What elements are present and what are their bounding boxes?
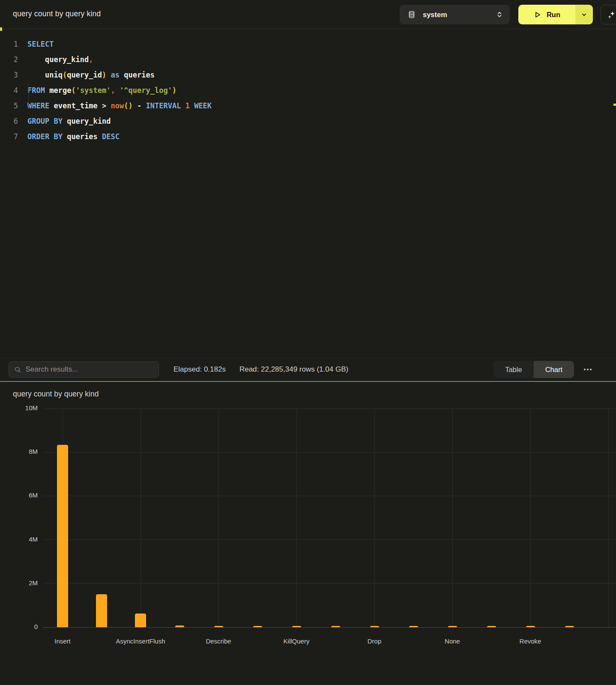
- x-tick-label: Insert: [26, 637, 99, 645]
- y-tick-label: 8M: [1, 448, 38, 455]
- search-icon: [14, 366, 21, 373]
- bar-unlabeled-7: [331, 626, 340, 627]
- database-selector-value: system: [423, 11, 447, 19]
- tab-chart[interactable]: Chart: [534, 361, 574, 378]
- y-tick-label: 6M: [1, 491, 38, 499]
- x-tick-label: AsyncInsertFlush: [104, 637, 177, 645]
- indent-guide: [28, 82, 29, 110]
- chevron-updown-icon: [496, 11, 503, 18]
- dot-icon: [590, 369, 592, 370]
- x-gridline: [374, 408, 375, 627]
- bar-chart: 02M4M6M8M10MInsertAsyncInsertFlushDescri…: [43, 408, 616, 627]
- dot-icon: [587, 369, 589, 370]
- code-text: FROM merge('system', '^query_log'): [18, 83, 176, 98]
- code-line: 6GROUP BY query_kind: [0, 113, 616, 129]
- read-stat: Read: 22,285,349 rows (1.04 GB): [239, 365, 348, 374]
- more-options-button[interactable]: [583, 366, 592, 373]
- line-number: 3: [0, 67, 18, 83]
- bar-unlabeled-11: [487, 626, 496, 627]
- x-gridline: [452, 408, 453, 627]
- chevron-down-icon: [581, 12, 587, 18]
- x-tick-label: None: [416, 637, 489, 645]
- query-header-bar: query count by query kind system Run: [0, 0, 616, 29]
- y-tick-label: 0: [1, 623, 38, 630]
- code-line: 7ORDER BY queries DESC: [0, 129, 616, 144]
- query-title: query count by query kind: [13, 9, 101, 18]
- database-icon: [407, 10, 416, 19]
- bar-unlabeled-9: [409, 626, 418, 627]
- chart-title: query count by query kind: [13, 390, 99, 399]
- code-text: GROUP BY query_kind: [18, 113, 111, 129]
- x-tick-label: Describe: [182, 637, 255, 645]
- line-number: 5: [0, 98, 18, 113]
- dot-icon: [584, 369, 586, 370]
- play-icon: [533, 11, 541, 19]
- bar-Describe: [214, 626, 223, 627]
- ai-assist-button[interactable]: [601, 5, 616, 24]
- code-text: WHERE event_time > now() - INTERVAL 1 WE…: [18, 98, 212, 113]
- line-number: 7: [0, 129, 18, 144]
- x-gridline: [141, 408, 141, 627]
- results-toolbar: Elapsed: 0.182s Read: 22,285,349 rows (1…: [0, 357, 616, 381]
- run-button-group: Run: [518, 5, 593, 24]
- line-number: 6: [0, 113, 18, 129]
- x-gridline: [530, 408, 531, 627]
- code-line: 1SELECT: [0, 36, 616, 52]
- x-tick-label: KillQuery: [260, 637, 333, 645]
- x-gridline: [218, 408, 219, 627]
- code-line: 2 query_kind,: [0, 52, 616, 67]
- tab-table[interactable]: Table: [493, 361, 533, 378]
- code-line: 4FROM merge('system', '^query_log'): [0, 83, 616, 98]
- run-options-button[interactable]: [575, 5, 593, 24]
- bar-unlabeled-5: [253, 626, 262, 627]
- run-button[interactable]: Run: [518, 5, 575, 24]
- x-tick-label: Revoke: [494, 637, 567, 645]
- y-tick-label: 4M: [1, 536, 38, 543]
- editor-edge-marker: [0, 27, 2, 31]
- run-button-label: Run: [547, 11, 560, 19]
- bar-Drop: [370, 626, 379, 627]
- code-lines: 1SELECT2 query_kind,3 uniq(query_id) as …: [0, 36, 616, 144]
- search-results-input[interactable]: [26, 365, 153, 374]
- sparkle-icon: [607, 10, 616, 19]
- code-text: uniq(query_id) as queries: [18, 67, 155, 83]
- bar-Revoke: [526, 626, 535, 627]
- bar-AsyncInsertFlush: [135, 614, 146, 627]
- bar-Insert: [57, 445, 68, 627]
- view-toggle: Table Chart: [493, 361, 574, 378]
- scrollbar-marker: [613, 104, 616, 106]
- bar-unlabeled-1: [96, 594, 107, 627]
- code-text: query_kind,: [18, 52, 93, 67]
- x-gridline: [608, 408, 609, 627]
- line-number: 2: [0, 52, 18, 67]
- sql-editor[interactable]: 1SELECT2 query_kind,3 uniq(query_id) as …: [0, 29, 616, 357]
- bar-None: [448, 626, 457, 627]
- search-results-box[interactable]: [9, 361, 159, 378]
- bar-KillQuery: [292, 626, 301, 627]
- line-number: 4: [0, 83, 18, 98]
- code-line: 5WHERE event_time > now() - INTERVAL 1 W…: [0, 98, 616, 113]
- code-line: 3 uniq(query_id) as queries: [0, 67, 616, 83]
- x-gridline: [296, 408, 297, 627]
- x-tick-label: Drop: [338, 637, 411, 645]
- bar-unlabeled-3: [175, 625, 184, 627]
- y-tick-label: 2M: [1, 579, 38, 587]
- line-number: 1: [0, 36, 18, 52]
- elapsed-stat: Elapsed: 0.182s: [173, 365, 226, 374]
- code-text: SELECT: [18, 36, 54, 52]
- database-selector[interactable]: system: [400, 5, 510, 24]
- bar-unlabeled-13: [565, 626, 574, 627]
- code-text: ORDER BY queries DESC: [18, 129, 120, 144]
- chart-panel: query count by query kind 02M4M6M8M10MIn…: [0, 382, 616, 684]
- y-tick-label: 10M: [1, 404, 38, 411]
